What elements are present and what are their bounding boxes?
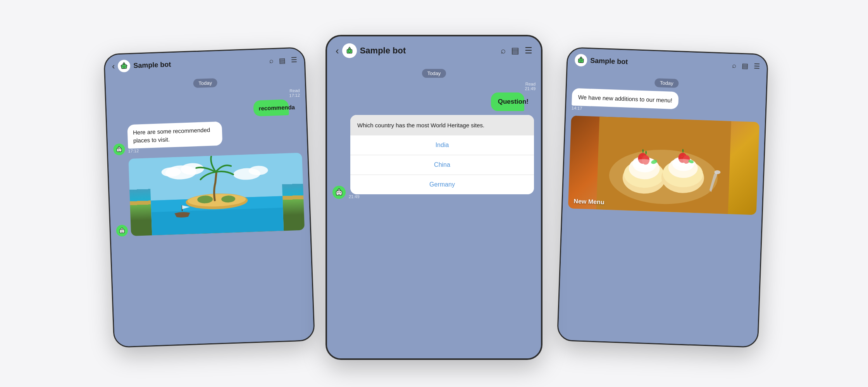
quiz-question-text: Which country has the most World Heritag… <box>350 115 534 135</box>
quiz-option-germany[interactable]: Germany <box>350 175 534 194</box>
bot-msg-right: We have new additions to our menu! 14:17 <box>572 88 761 118</box>
user-bubble-1: recommenda <box>253 99 289 116</box>
quiz-card: Which country has the most World Heritag… <box>350 115 534 194</box>
center-header-icons: ⌕ ▤ ☰ <box>501 46 532 56</box>
bot-avatar-right <box>575 54 587 67</box>
right-phone-title: Sample bot <box>590 57 729 69</box>
search-icon-left[interactable]: ⌕ <box>269 57 274 65</box>
note-icon-center[interactable]: ▤ <box>511 46 519 56</box>
bot-bubble-1: Here are some recommended places to visi… <box>127 122 222 149</box>
bot-avatar-msg-1 <box>113 144 125 156</box>
menu-icon-right[interactable]: ☰ <box>754 62 760 71</box>
user-bubble-center: Question! <box>491 92 525 111</box>
bot-avatar-img-1 <box>116 224 128 236</box>
quiz-row: Which country has the most World Heritag… <box>332 115 536 199</box>
quiz-option-china[interactable]: China <box>350 155 534 175</box>
user-msg-row-1: Read17:12 recommenda <box>112 88 301 122</box>
msg-meta-center: Read21:49 <box>491 82 536 91</box>
quiz-option-india[interactable]: India <box>350 135 534 155</box>
left-phone-title: Sample bot <box>133 57 266 70</box>
bot-msg-row-1: Here are some recommended places to visi… <box>112 119 301 156</box>
bot-avatar-quiz <box>332 186 346 199</box>
svg-point-32 <box>348 51 349 52</box>
center-phone-title: Sample bot <box>360 46 498 56</box>
center-chat-body: Today Read21:49 Question! <box>327 65 541 358</box>
svg-point-39 <box>339 192 341 193</box>
phone-center: ‹ Sample bot ⌕ ▤ ☰ <box>326 35 542 360</box>
date-badge-left: Today <box>193 78 217 88</box>
note-icon-right[interactable]: ▤ <box>742 62 749 70</box>
back-button-left[interactable]: ‹ <box>112 61 115 71</box>
note-icon-left[interactable]: ▤ <box>279 56 286 65</box>
phone-right: Sample bot ⌕ ▤ ☰ Today We have new addit… <box>557 47 768 348</box>
center-phone-header: ‹ Sample bot ⌕ ▤ ☰ <box>327 36 541 65</box>
food-image: New Menu <box>568 116 760 215</box>
user-msg-center: Read21:49 Question! <box>332 82 536 111</box>
search-icon-center[interactable]: ⌕ <box>501 46 506 56</box>
svg-point-33 <box>350 51 351 52</box>
bot-avatar-left <box>118 60 131 72</box>
msg-meta-1: Read17:12 <box>253 88 300 99</box>
back-button-center[interactable]: ‹ <box>336 45 339 57</box>
right-chat-body: Today We have new additions to our menu!… <box>558 71 766 347</box>
tropical-image <box>128 153 305 236</box>
bot-image-row-1 <box>114 153 305 237</box>
svg-rect-14 <box>121 228 123 229</box>
quiz-options: India China Germany <box>350 135 534 194</box>
left-chat-body: Today Read17:12 recommenda <box>105 71 314 347</box>
date-badge-right: Today <box>654 78 679 88</box>
left-header-icons: ⌕ ▤ ☰ <box>269 56 297 65</box>
date-badge-center: Today <box>422 69 446 78</box>
phone-left: ‹ Sample bot ⌕ <box>103 47 315 348</box>
right-header-icons: ⌕ ▤ ☰ <box>732 61 760 70</box>
quiz-timestamp: 21:49 <box>349 194 536 199</box>
menu-icon-left[interactable]: ☰ <box>291 56 297 65</box>
menu-icon-center[interactable]: ☰ <box>525 46 532 56</box>
search-icon-right[interactable]: ⌕ <box>732 62 737 70</box>
svg-point-38 <box>338 192 339 193</box>
bot-avatar-center <box>342 43 357 58</box>
food-image-label: New Menu <box>574 198 604 206</box>
scene: ‹ Sample bot ⌕ <box>0 0 868 387</box>
